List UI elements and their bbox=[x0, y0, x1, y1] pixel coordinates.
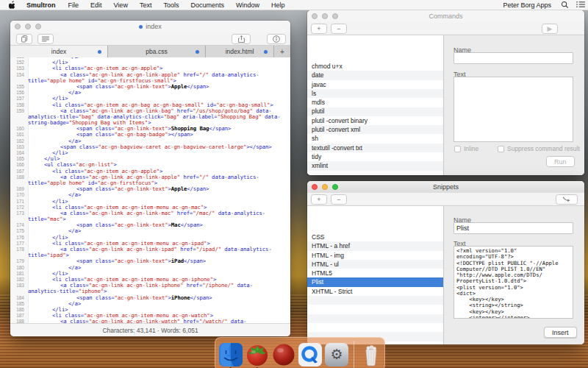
commands-window: Commands + − ▶ chmod u+xdatejavaclsmdlsp… bbox=[307, 10, 584, 175]
menu-window[interactable]: Window bbox=[230, 1, 265, 9]
snippet-text-area[interactable]: <?xml version="1.0" encoding="UTF-8"?> <… bbox=[453, 246, 573, 319]
line-wrap-button[interactable] bbox=[37, 34, 54, 44]
editor-title-bar[interactable]: index bbox=[10, 21, 290, 32]
commands-title-bar[interactable]: Commands bbox=[307, 10, 584, 22]
commands-toolbar: + − ▶ bbox=[307, 22, 584, 35]
trash-icon[interactable] bbox=[359, 343, 383, 367]
zoom-button[interactable] bbox=[332, 184, 338, 190]
command-item-plutil-convert-xml[interactable]: plutil -convert xml bbox=[307, 125, 443, 134]
command-item-ls[interactable]: ls bbox=[307, 89, 443, 98]
menu-documents[interactable]: Documents bbox=[184, 1, 230, 9]
commands-list[interactable]: chmod u+xdatejavaclsmdlsplutilplutil -co… bbox=[307, 35, 444, 175]
editor-window-title: index bbox=[146, 23, 162, 30]
info-button[interactable] bbox=[267, 34, 286, 44]
snippet-item-plist[interactable]: Plist bbox=[307, 277, 443, 286]
tab-unsaved-dot bbox=[98, 50, 101, 54]
insert-arrow-icon-button[interactable] bbox=[556, 194, 578, 205]
tab-index-html[interactable]: index.html bbox=[206, 46, 274, 57]
snippet-item-html-a-href[interactable]: HTML - a href bbox=[307, 241, 443, 250]
code-line: 184<span class="ac-gn-link-text">iPhone<… bbox=[10, 295, 290, 301]
finder-icon[interactable] bbox=[219, 343, 243, 367]
menu-tools[interactable]: Tools bbox=[157, 1, 184, 9]
tab-index[interactable]: index bbox=[10, 46, 108, 57]
desktop: Smultron File Edit View Text Tools Docum… bbox=[0, 0, 588, 368]
commands-window-title: Commands bbox=[429, 13, 462, 20]
command-item-xmlint[interactable]: xmlint bbox=[307, 161, 443, 170]
snippet-item-xhtml-strict[interactable]: XHTML - Strict bbox=[307, 287, 443, 296]
snippets-window: Snippets + − CSSHTML - a hrefHTML - imgH… bbox=[307, 181, 584, 344]
menu-bar: Smultron File Edit View Text Tools Docum… bbox=[0, 0, 588, 10]
editor-toolbar bbox=[10, 32, 290, 46]
menu-view[interactable]: View bbox=[108, 1, 134, 9]
close-button[interactable] bbox=[312, 13, 318, 19]
menu-smultron[interactable]: Smultron bbox=[20, 1, 62, 9]
code-editor[interactable]: 151</a>152</li>153<li class="ac-gn-item … bbox=[10, 57, 290, 323]
snippet-item-html-img[interactable]: HTML - img bbox=[307, 251, 443, 260]
command-item-date[interactable]: date bbox=[307, 71, 443, 79]
red-ball-icon[interactable] bbox=[272, 343, 295, 367]
code-line: 174<span class="ac-gn-link-text">Mac</sp… bbox=[10, 222, 290, 228]
command-item-chmod-u-x[interactable]: chmod u+x bbox=[307, 62, 443, 71]
menu-help[interactable]: Help bbox=[265, 1, 291, 9]
apple-menu-icon[interactable] bbox=[0, 1, 20, 9]
search-icon[interactable] bbox=[561, 1, 569, 9]
notification-center-icon[interactable] bbox=[576, 1, 584, 9]
snippet-item-html-ul[interactable]: HTML - ul bbox=[307, 260, 443, 269]
editor-window-controls[interactable] bbox=[15, 24, 41, 29]
smultron-icon[interactable] bbox=[245, 343, 269, 367]
minimize-button[interactable] bbox=[25, 24, 31, 29]
menu-text[interactable]: Text bbox=[134, 1, 158, 9]
command-item-sh[interactable]: sh bbox=[307, 134, 443, 143]
checkbox-box[interactable] bbox=[498, 146, 504, 152]
tab-unsaved-dot bbox=[264, 50, 268, 54]
code-line: 155<span class="ac-gn-link-text">Apple</… bbox=[10, 84, 290, 90]
quicktime-icon[interactable] bbox=[298, 343, 322, 367]
suppress-result-checkbox[interactable]: Suppress command result bbox=[498, 145, 580, 152]
close-button[interactable] bbox=[15, 24, 21, 29]
snippet-item-html5[interactable]: HTML5 bbox=[307, 269, 443, 277]
close-button[interactable] bbox=[312, 184, 318, 190]
menu-edit[interactable]: Edit bbox=[85, 1, 108, 9]
snippet-item-css[interactable]: CSS bbox=[307, 233, 443, 241]
command-item-javac[interactable]: javac bbox=[307, 80, 443, 89]
run-command-icon-button[interactable]: ▶ bbox=[542, 24, 558, 34]
command-item-tidy[interactable]: tidy bbox=[307, 152, 443, 161]
command-text-area[interactable] bbox=[453, 77, 573, 142]
snippets-toolbar: + − bbox=[307, 193, 584, 206]
remove-command-button[interactable]: − bbox=[331, 24, 347, 34]
zoom-button[interactable] bbox=[332, 13, 338, 19]
tab-pba-css[interactable]: pba.css bbox=[108, 46, 206, 57]
minimize-button[interactable] bbox=[322, 184, 328, 190]
snippets-body: CSSHTML - a hrefHTML - imgHTML - ulHTML5… bbox=[307, 206, 584, 344]
snippet-name-input[interactable] bbox=[453, 222, 573, 234]
inline-checkbox[interactable]: Inline bbox=[454, 145, 478, 152]
checkbox-box[interactable] bbox=[454, 146, 461, 152]
command-item-mdls[interactable]: mdls bbox=[307, 98, 443, 107]
snippets-window-controls[interactable] bbox=[312, 184, 338, 190]
new-tab-button[interactable]: + bbox=[274, 46, 290, 57]
menu-bar-right-text: Peter Borg Apps bbox=[497, 1, 557, 9]
minimize-button[interactable] bbox=[322, 13, 328, 19]
commands-window-controls[interactable] bbox=[312, 13, 338, 19]
system-preferences-icon[interactable]: ⚙ bbox=[325, 343, 348, 367]
share-button[interactable] bbox=[232, 34, 251, 44]
command-item-textutil-convert-txt[interactable]: textutil -convert txt bbox=[307, 144, 443, 152]
commands-body: chmod u+xdatejavaclsmdlsplutilplutil -co… bbox=[307, 35, 584, 175]
menu-file[interactable]: File bbox=[62, 1, 85, 9]
add-command-button[interactable]: + bbox=[311, 24, 327, 34]
command-item-plutil-convert-binary[interactable]: plutil -convert binary bbox=[307, 116, 443, 125]
command-item-plutil[interactable]: plutil bbox=[307, 107, 443, 116]
editor-status-bar: Characters: 43,141 · Words: 6,051 bbox=[10, 323, 290, 336]
dock-separator bbox=[354, 341, 354, 368]
snippets-title-bar[interactable]: Snippets bbox=[307, 181, 584, 193]
new-document-button[interactable] bbox=[16, 34, 32, 44]
code-line: 161<span class="ac-gn-bag-badge"></span> bbox=[10, 132, 290, 138]
snippets-detail-pane: Name Text <?xml version="1.0" encoding="… bbox=[444, 206, 584, 344]
snippets-list[interactable]: CSSHTML - a hrefHTML - imgHTML - ulHTML5… bbox=[307, 206, 444, 344]
run-button[interactable]: Run bbox=[546, 156, 575, 167]
insert-button[interactable]: Insert bbox=[544, 327, 577, 338]
add-snippet-button[interactable]: + bbox=[311, 194, 327, 205]
remove-snippet-button[interactable]: − bbox=[331, 194, 347, 205]
command-name-input[interactable] bbox=[453, 52, 573, 64]
zoom-button[interactable] bbox=[35, 24, 41, 29]
